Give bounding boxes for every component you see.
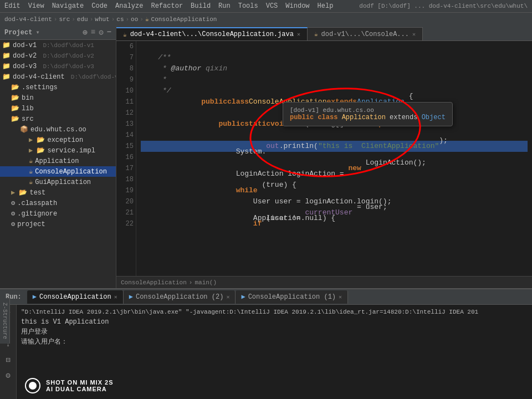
tree-item-service-impl[interactable]: ▶ 📂service.impl	[0, 145, 116, 156]
tree-label: GuiApplication	[35, 178, 91, 186]
tab-1-close[interactable]: ✕	[297, 31, 300, 38]
menu-navigate[interactable]: Navigate	[52, 2, 84, 10]
line-17: LoginAction loginAction = new LoginActio…	[141, 163, 528, 174]
tree-item-src[interactable]: 📂src	[0, 114, 116, 124]
menu-build[interactable]: Build	[191, 2, 211, 10]
sidebar-icon-settings[interactable]: ⚙	[99, 28, 103, 37]
tree-label: dod-v2	[13, 52, 37, 60]
tree-item-gitignore[interactable]: ⚙.gitignore	[0, 208, 116, 219]
path-sep-4: ›	[111, 16, 115, 23]
tree-item-gui-application[interactable]: ☕GuiApplication	[0, 177, 116, 187]
ide-main: Project ▾ ⊕ ≡ ⚙ − 📁dod-v1 D:\dodf\dod-v1…	[0, 25, 532, 288]
menu-analyze[interactable]: Analyze	[115, 2, 143, 10]
tree-item-package[interactable]: 📦edu.whut.cs.oo	[0, 124, 116, 135]
run-tab-1[interactable]: ▶ ConsoleApplication ✕	[27, 290, 124, 304]
run-settings-btn[interactable]: ⚙	[2, 369, 14, 381]
menu-run[interactable]: Run	[218, 2, 231, 10]
run-content: ↺ ■ ↓ ⊟ ⚙ "D:\IntelliJ IDEA 2019.2.1\jbr…	[0, 305, 532, 399]
path-segment-1[interactable]: dod-v4-client	[4, 16, 52, 23]
path-segment-7[interactable]: ☕ ConsoleApplication	[145, 16, 217, 23]
tree-item-lib[interactable]: 📂lib	[0, 103, 116, 114]
path-sep-1: ›	[54, 16, 58, 23]
menu-refactor[interactable]: Refactor	[151, 2, 183, 10]
breadcrumb-method[interactable]: main()	[195, 279, 217, 286]
run-tab-3[interactable]: ▶ ConsoleApplication (1) ✕	[236, 290, 348, 304]
tree-label: exception	[47, 136, 83, 144]
run-output-line-2: 用户登录	[21, 327, 528, 337]
path-segment-6[interactable]: oo	[131, 16, 138, 23]
run-tab-2[interactable]: ▶ ConsoleApplication (2) ✕	[124, 290, 236, 304]
tree-label: lib	[22, 105, 34, 112]
sidebar-icon-sync[interactable]: ⊕	[83, 28, 87, 37]
tree-label: bin	[22, 94, 34, 102]
tree-item-test[interactable]: ▶ 📂test	[0, 187, 116, 198]
editor-content[interactable]: 6 7 8 9 10 11 12 13 14 15 16 17 18 19 20…	[116, 41, 532, 276]
tree-item-exception[interactable]: ▶ 📂exception	[0, 135, 116, 145]
line-22: if (user != null) {	[141, 218, 528, 229]
run-tab-1-close[interactable]: ✕	[114, 294, 117, 300]
path-segment-3[interactable]: edu	[77, 16, 88, 23]
menu-window[interactable]: Window	[285, 2, 309, 10]
run-tab-3-close[interactable]: ✕	[339, 294, 342, 300]
editor-area: ☕ dod-v4-client\...\ConsoleApplication.j…	[116, 25, 532, 288]
tree-item-bin[interactable]: 📂bin	[0, 93, 116, 103]
run-output: "D:\IntelliJ IDEA 2019.2.1\jbr\bin\java.…	[17, 305, 532, 399]
sidebar-title: Project	[4, 29, 32, 37]
tree-label: dod-v4-client	[13, 73, 65, 81]
tree-item-settings[interactable]: 📂.settings	[0, 82, 116, 93]
tab-2-label: dod-v1\...\ConsoleA...	[321, 30, 409, 38]
line-8: * @author qixin	[141, 63, 528, 74]
line-15: System.out.println("this is ClientApplic…	[141, 141, 528, 152]
run-filter-btn[interactable]: ⊟	[2, 354, 14, 366]
menu-edit[interactable]: Edit	[4, 2, 21, 10]
path-segment-2[interactable]: src	[59, 16, 70, 23]
tree-label: service.impl	[47, 147, 95, 155]
path-sep-2: ›	[71, 16, 75, 23]
tab-2-close[interactable]: ✕	[412, 31, 416, 38]
sidebar-icon-close[interactable]: −	[107, 28, 111, 37]
tree-item-project[interactable]: ⚙project	[0, 219, 116, 229]
run-tab-1-label: ConsoleApplication	[39, 293, 111, 301]
menu-vcs[interactable]: VCS	[266, 2, 278, 10]
path-segment-5[interactable]: cs	[116, 16, 124, 23]
tree-item-classpath[interactable]: ⚙.classpath	[0, 198, 116, 208]
sidebar-icon-collapse[interactable]: ≡	[91, 28, 95, 37]
menu-code[interactable]: Code	[91, 2, 108, 10]
tooltip-class: public class Application extends Object	[290, 114, 446, 121]
breadcrumb-class[interactable]: ConsoleApplication	[121, 279, 187, 286]
code-editor[interactable]: /** * @author qixin * */ public class Co…	[136, 41, 532, 276]
run-tab-3-label: ConsoleApplication (1)	[248, 293, 336, 301]
sidebar-header: Project ▾ ⊕ ≡ ⚙ −	[0, 25, 116, 40]
project-tree: 📁dod-v1 D:\dodf\dod-v1 📁dod-v2 D:\dodf\d…	[0, 40, 116, 229]
tree-item-dod-v1[interactable]: 📁dod-v1 D:\dodf\dod-v1	[0, 40, 116, 50]
path-segment-4[interactable]: whut	[95, 16, 109, 23]
menu-tools[interactable]: Tools	[238, 2, 258, 10]
line-6	[141, 41, 528, 52]
menu-view[interactable]: View	[28, 2, 44, 10]
run-tab-2-close[interactable]: ✕	[226, 294, 229, 300]
line-9: *	[141, 74, 528, 85]
tree-label: dod-v1	[13, 42, 37, 49]
tree-item-console-application[interactable]: ☕ConsoleApplication	[0, 166, 116, 177]
menubar: Edit View Navigate Code Analyze Refactor…	[0, 0, 532, 12]
tree-label: Application	[35, 157, 79, 165]
tree-label: test	[29, 189, 45, 197]
editor-tab-1[interactable]: ☕ dod-v4-client\...\ConsoleApplication.j…	[116, 27, 308, 40]
tree-item-dod-v3[interactable]: 📁dod-v3 D:\dodf\dod-v3	[0, 61, 116, 71]
menu-help[interactable]: Help	[318, 2, 334, 10]
editor-tabs: ☕ dod-v4-client\...\ConsoleApplication.j…	[116, 25, 532, 41]
pathbar: dod-v4-client › src › edu › whut › cs › …	[0, 12, 532, 25]
title-right: dodf [D:\dodf] ... dod-v4-client\src\edu…	[359, 3, 528, 9]
line-numbers: 6 7 8 9 10 11 12 13 14 15 16 17 18 19 20…	[116, 41, 136, 276]
tree-item-dod-v4-client[interactable]: 📁dod-v4-client D:\dodf\dod-v4-client	[0, 71, 116, 82]
editor-breadcrumb: ConsoleApplication › main()	[116, 276, 532, 288]
run-output-line-3: 请输入用户名：	[21, 337, 528, 347]
editor-tab-2[interactable]: ☕ dod-v1\...\ConsoleA... ✕	[308, 27, 423, 40]
tree-item-application[interactable]: ☕Application	[0, 156, 116, 166]
run-area: Run: ▶ ConsoleApplication ✕ ▶ ConsoleApp…	[0, 288, 532, 399]
tooltip-extends-link[interactable]: Object	[422, 114, 446, 121]
run-tabs: Run: ▶ ConsoleApplication ✕ ▶ ConsoleApp…	[0, 289, 532, 305]
tree-label: dod-v3	[13, 63, 37, 70]
structure-tab[interactable]: Z-Structure	[0, 298, 10, 344]
tree-item-dod-v2[interactable]: 📁dod-v2 D:\dodf\dod-v2	[0, 50, 116, 61]
